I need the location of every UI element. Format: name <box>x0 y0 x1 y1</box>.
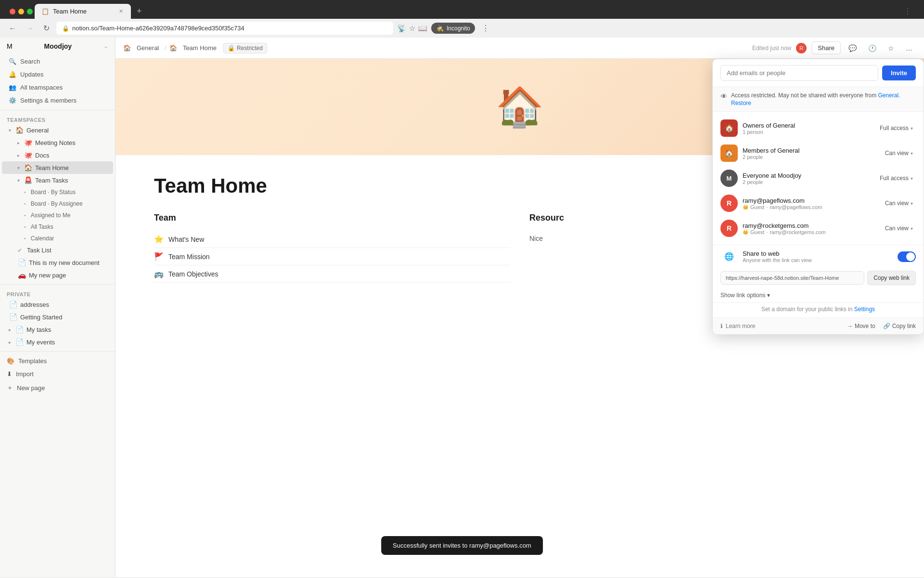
sidebar-item-team-tasks[interactable]: ▾ 🚨 Team Tasks <box>2 174 113 186</box>
sidebar-item-import[interactable]: ⬇ Import <box>0 368 115 381</box>
sidebar-item-board-assignee[interactable]: ● Board · By Assignee <box>2 198 113 210</box>
team-column-title: Team <box>154 213 510 223</box>
sidebar-item-team-home[interactable]: ▾ 🏠 Team Home <box>2 161 113 174</box>
browser-more-btn[interactable]: ⋮ <box>901 5 914 18</box>
browser-menu-btn[interactable]: ⋮ <box>479 22 492 35</box>
members-perm-dropdown[interactable]: Can view ▾ <box>882 148 916 158</box>
show-link-options[interactable]: Show link options ▾ <box>713 290 924 302</box>
sidebar-updates-item[interactable]: 🔔 Updates <box>2 68 113 81</box>
sidebar-all-teamspaces-item[interactable]: 👥 All teamspaces <box>2 81 113 94</box>
history-icon[interactable]: 🕐 <box>864 42 880 54</box>
share-row-owners: 🏠 Owners of General 1 person Full access… <box>713 116 924 141</box>
copy-link-btn[interactable]: 🔗 Copy link <box>883 323 916 329</box>
sidebar-item-my-events[interactable]: ▸ 📄 My events <box>2 336 113 348</box>
share-row-everyone: M Everyone at Moodjoy 2 people Full acce… <box>713 166 924 191</box>
tab-close-btn[interactable]: ✕ <box>117 8 124 15</box>
sidebar-item-addresses[interactable]: 📄 addresses <box>2 298 113 311</box>
set-domain-row: Set a domain for your public links in Se… <box>713 302 924 317</box>
guest-badge-2: 👑 <box>743 229 748 235</box>
share-web-row: 🌐 Share to web Anyone with the link can … <box>713 245 924 268</box>
bookmark-icon[interactable]: ☆ <box>409 24 415 33</box>
period: . <box>898 92 900 99</box>
sidebar-team-home-label: Team Home <box>35 164 69 171</box>
sidebar-item-assigned-to-me[interactable]: ● Assigned to Me <box>2 210 113 221</box>
sidebar-item-getting-started[interactable]: 📄 Getting Started <box>2 311 113 323</box>
restricted-badge[interactable]: 🔒 Restricted <box>223 43 267 53</box>
settings-link[interactable]: Settings <box>854 306 875 313</box>
sidebar-item-new-document[interactable]: 📄 This is my new document <box>2 256 113 269</box>
sidebar-item-meeting-notes[interactable]: ▸ 🐙 Meeting Notes <box>2 136 113 149</box>
sidebar-item-board-status[interactable]: ● Board · By Status <box>2 186 113 198</box>
page-banner-emoji: 🏠 <box>496 84 544 130</box>
my-events-icon: 📄 <box>15 338 24 346</box>
breadcrumb-team-home[interactable]: Team Home <box>180 43 219 53</box>
bullet-icon-5: ● <box>24 237 26 240</box>
copy-web-link-btn[interactable]: Copy web link <box>867 271 916 285</box>
everyone-avatar: M <box>720 170 738 187</box>
updates-icon: 🔔 <box>9 71 16 78</box>
sidebar-board-status-label: Board · By Status <box>31 189 76 196</box>
sidebar-item-docs[interactable]: ▸ 🐙 Docs <box>2 149 113 161</box>
settings-icon: ⚙️ <box>9 97 16 104</box>
sidebar-item-general[interactable]: ▾ 🏠 General <box>2 124 113 136</box>
restore-link[interactable]: Restore <box>731 100 900 106</box>
incognito-badge[interactable]: 🕵️ Incognito <box>431 23 475 34</box>
sidebar-divider-1 <box>0 110 115 110</box>
share-link-input[interactable] <box>720 271 864 285</box>
share-to-web-toggle[interactable] <box>898 251 916 262</box>
owners-perm-dropdown[interactable]: Full access ▾ <box>877 123 916 133</box>
minimize-window-btn[interactable] <box>18 9 24 14</box>
owners-name: Owners of General <box>743 122 872 129</box>
address-text: notion.so/Team-Home-a626e39209a748798e9c… <box>72 25 244 32</box>
ramy2-name: ramy@rocketgems.com <box>743 222 877 229</box>
search-icon: 🔍 <box>9 58 16 65</box>
ramy1-perm-dropdown[interactable]: Can view ▾ <box>882 198 916 208</box>
comment-icon[interactable]: 💬 <box>845 42 860 54</box>
invite-button[interactable]: Invite <box>882 66 916 80</box>
breadcrumb-team-home-icon: 🏠 <box>169 44 177 52</box>
sidebar-item-all-tasks[interactable]: ● All Tasks <box>2 221 113 233</box>
sidebar-meeting-notes-label: Meeting Notes <box>35 139 76 146</box>
sidebar-item-my-new-page[interactable]: 🚗 My new page <box>2 269 113 281</box>
active-tab[interactable]: 📋 Team Home ✕ <box>35 4 131 19</box>
back-btn[interactable]: ← <box>6 22 19 35</box>
invite-input[interactable] <box>720 65 878 81</box>
team-objectives-item[interactable]: 🚌 Team Objectives <box>154 265 510 283</box>
toast-notification: Successfully sent invites to ramy@pagefl… <box>381 536 543 555</box>
bookmark-icon[interactable]: ☆ <box>884 42 898 54</box>
sidebar-item-templates[interactable]: 🎨 Templates <box>0 355 115 368</box>
warning-icon: 👁 <box>720 92 727 100</box>
forward-btn[interactable]: → <box>23 22 37 35</box>
new-tab-btn[interactable]: + <box>133 4 146 18</box>
close-window-btn[interactable] <box>10 9 15 14</box>
breadcrumb-general[interactable]: General <box>134 43 162 53</box>
check-icon: ✔ <box>17 247 22 254</box>
whats-new-item[interactable]: ⭐ What's New <box>154 231 510 248</box>
bullet-icon-2: ● <box>24 202 26 205</box>
sidebar-item-new-page[interactable]: ＋ New page <box>0 381 115 395</box>
sidebar-item-calendar[interactable]: ● Calendar <box>2 233 113 244</box>
reading-mode-icon[interactable]: 📖 <box>418 24 427 33</box>
sidebar-search-item[interactable]: 🔍 Search <box>2 55 113 68</box>
ramy1-name: ramy@pageflows.com <box>743 197 877 204</box>
perm-chevron-icon-5: ▾ <box>911 226 913 231</box>
reload-btn[interactable]: ↻ <box>40 22 52 35</box>
guest-badge-1: 👑 <box>743 204 748 210</box>
everyone-perm-dropdown[interactable]: Full access ▾ <box>877 173 916 183</box>
incognito-icon: 🕵️ <box>436 25 444 32</box>
sidebar-settings-item[interactable]: ⚙️ Settings & members <box>2 94 113 107</box>
sidebar-item-task-list[interactable]: ✔ Task List <box>2 244 113 256</box>
move-to-btn[interactable]: → Move to <box>847 323 875 329</box>
workspace-header[interactable]: M Moodjoy ⌄ <box>0 38 115 55</box>
maximize-window-btn[interactable] <box>27 9 33 14</box>
general-link[interactable]: General <box>878 92 898 99</box>
address-bar[interactable]: 🔒 notion.so/Team-Home-a626e39209a748798e… <box>56 22 393 35</box>
team-objectives-label: Team Objectives <box>168 270 218 278</box>
team-mission-item[interactable]: 🚩 Team Mission <box>154 248 510 265</box>
sidebar-item-my-tasks[interactable]: ▸ 📄 My tasks <box>2 323 113 336</box>
learn-more-btn[interactable]: ℹ Learn more <box>720 323 755 329</box>
more-icon[interactable]: … <box>902 42 916 54</box>
cast-icon[interactable]: 📡 <box>397 24 406 33</box>
share-button[interactable]: Share <box>811 41 841 54</box>
ramy2-perm-dropdown[interactable]: Can view ▾ <box>882 223 916 233</box>
